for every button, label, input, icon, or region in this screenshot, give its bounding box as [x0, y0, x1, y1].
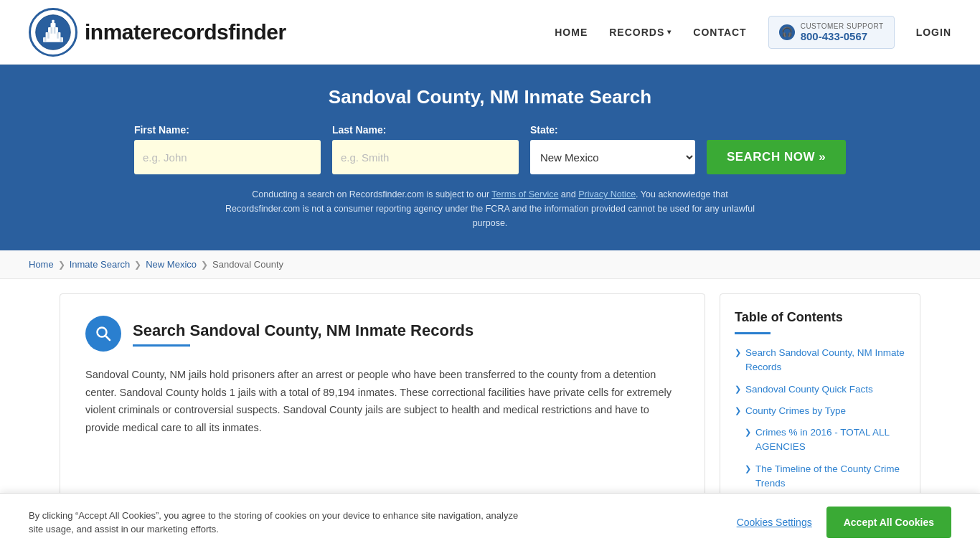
- cookie-text: By clicking “Accept All Cookies”, you ag…: [29, 509, 531, 529]
- cookie-banner: By clicking “Accept All Cookies”, you ag…: [0, 493, 980, 529]
- svg-line-13: [105, 336, 110, 340]
- chevron-down-icon: ▾: [667, 28, 672, 36]
- chevron-right-icon-4: ❯: [745, 428, 751, 437]
- breadcrumb-sep-3: ❯: [201, 260, 208, 270]
- toc-divider: [735, 332, 771, 334]
- breadcrumb-home[interactable]: Home: [29, 259, 54, 270]
- logo-text: inmaterecordsfinder: [85, 20, 286, 44]
- cookie-actions: Cookies Settings Accept All Cookies: [737, 507, 951, 529]
- toc-link-3[interactable]: County Crimes by Type: [745, 404, 846, 418]
- svg-rect-11: [60, 37, 62, 42]
- search-form: First Name: Last Name: State: New Mexico…: [29, 124, 951, 174]
- svg-rect-5: [52, 19, 54, 24]
- chevron-right-icon: ❯: [735, 348, 741, 357]
- breadcrumb: Home ❯ Inmate Search ❯ New Mexico ❯ Sand…: [0, 250, 980, 279]
- headset-icon: 🎧: [779, 24, 795, 40]
- svg-rect-6: [44, 37, 47, 42]
- hero-title: Sandoval County, NM Inmate Search: [29, 86, 951, 108]
- main-content: Search Sandoval County, NM Inmate Record…: [31, 279, 949, 529]
- nav-login[interactable]: LOGIN: [916, 27, 951, 38]
- nav-records[interactable]: RECORDS ▾: [609, 27, 672, 38]
- hero-section: Sandoval County, NM Inmate Search First …: [0, 65, 980, 250]
- search-icon: [85, 316, 121, 352]
- last-name-input[interactable]: [332, 140, 519, 174]
- article: Search Sandoval County, NM Inmate Record…: [60, 293, 705, 514]
- chevron-right-icon-3: ❯: [735, 406, 741, 415]
- logo[interactable]: inmaterecordsfinder: [29, 8, 286, 57]
- last-name-group: Last Name:: [332, 124, 519, 174]
- cookie-accept-button[interactable]: Accept All Cookies: [826, 507, 951, 529]
- nav-contact[interactable]: CONTACT: [693, 27, 746, 38]
- breadcrumb-sep-2: ❯: [134, 260, 141, 270]
- chevron-right-icon-2: ❯: [735, 385, 741, 394]
- privacy-link[interactable]: Privacy Notice: [578, 189, 636, 199]
- site-header: inmaterecordsfinder HOME RECORDS ▾ CONTA…: [0, 0, 980, 65]
- article-title-wrap: Search Sandoval County, NM Inmate Record…: [133, 321, 473, 347]
- toc-link-4[interactable]: Crimes % in 2016 - TOTAL ALL AGENCIES: [755, 425, 905, 455]
- toc-link-2[interactable]: Sandoval County Quick Facts: [745, 382, 873, 397]
- toc-item-4[interactable]: ❯ Crimes % in 2016 - TOTAL ALL AGENCIES: [745, 425, 905, 455]
- last-name-label: Last Name:: [332, 124, 386, 136]
- article-title-underline: [133, 344, 190, 347]
- article-header: Search Sandoval County, NM Inmate Record…: [85, 316, 679, 352]
- logo-icon: [29, 8, 77, 57]
- first-name-input[interactable]: [134, 140, 321, 174]
- state-select[interactable]: New Mexico Alabama Alaska Arizona Califo…: [530, 140, 695, 174]
- cookie-settings-button[interactable]: Cookies Settings: [737, 517, 812, 528]
- breadcrumb-sep-1: ❯: [58, 260, 65, 270]
- svg-rect-10: [57, 32, 59, 39]
- first-name-group: First Name:: [134, 124, 321, 174]
- toc-link-1[interactable]: Search Sandoval County, NM Inmate Record…: [745, 346, 905, 375]
- breadcrumb-new-mexico[interactable]: New Mexico: [146, 259, 197, 270]
- main-nav: HOME RECORDS ▾ CONTACT 🎧 CUSTOMER SUPPOR…: [555, 16, 951, 49]
- hero-disclaimer: Conducting a search on Recordsfinder.com…: [221, 187, 759, 230]
- search-button[interactable]: SEARCH NOW »: [707, 140, 846, 174]
- svg-rect-8: [51, 27, 53, 34]
- toc-item-5[interactable]: ❯ The Timeline of the County Crime Trend…: [745, 462, 905, 491]
- chevron-right-icon-5: ❯: [745, 464, 751, 474]
- breadcrumb-inmate-search[interactable]: Inmate Search: [70, 259, 131, 270]
- table-of-contents: Table of Contents ❯ Search Sandoval Coun…: [720, 293, 920, 514]
- nav-home[interactable]: HOME: [555, 27, 588, 38]
- article-title: Search Sandoval County, NM Inmate Record…: [133, 321, 473, 340]
- toc-link-5[interactable]: The Timeline of the County Crime Trends: [755, 462, 905, 491]
- toc-item-1[interactable]: ❯ Search Sandoval County, NM Inmate Reco…: [735, 346, 905, 375]
- first-name-label: First Name:: [134, 124, 189, 136]
- article-body: Sandoval County, NM jails hold prisoners…: [85, 366, 679, 437]
- svg-rect-9: [54, 27, 56, 34]
- customer-support[interactable]: 🎧 CUSTOMER SUPPORT 800-433-0567: [768, 16, 895, 49]
- support-info: CUSTOMER SUPPORT 800-433-0567: [801, 22, 884, 42]
- terms-link[interactable]: Terms of Service: [491, 189, 558, 199]
- state-label: State:: [530, 124, 558, 136]
- breadcrumb-current: Sandoval County: [212, 259, 283, 270]
- toc-item-2[interactable]: ❯ Sandoval County Quick Facts: [735, 382, 905, 397]
- toc-item-3[interactable]: ❯ County Crimes by Type: [735, 404, 905, 418]
- svg-rect-7: [47, 32, 50, 39]
- state-group: State: New Mexico Alabama Alaska Arizona…: [530, 124, 695, 174]
- toc-title: Table of Contents: [735, 310, 905, 325]
